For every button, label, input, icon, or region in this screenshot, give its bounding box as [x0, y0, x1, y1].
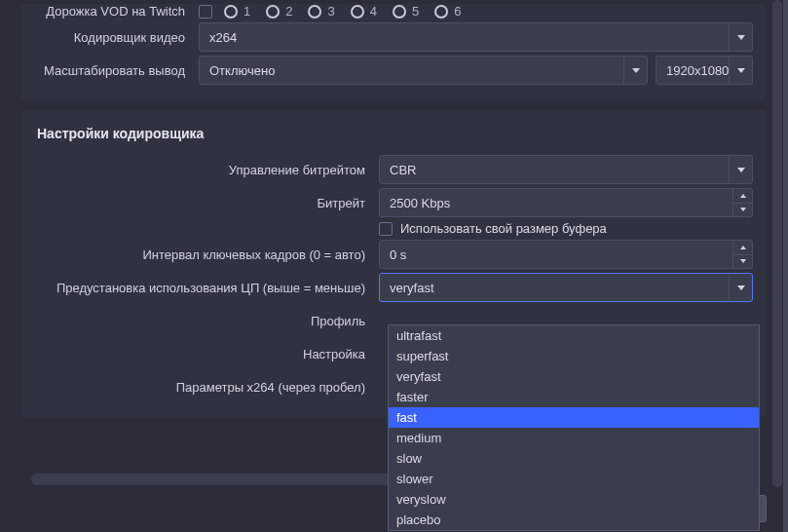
preset-option-ultrafast[interactable]: ultrafast: [389, 325, 759, 346]
resolution-value: 1920x1080: [666, 63, 729, 78]
bitrate-spinner[interactable]: [732, 189, 752, 216]
vod-track-radio-label: 3: [327, 4, 334, 19]
preset-option-slow[interactable]: slow: [389, 448, 759, 469]
x264opts-label: Параметры x264 (через пробел): [35, 380, 371, 395]
preset-option-superfast[interactable]: superfast: [389, 346, 759, 366]
bitrate-row: Битрейт 2500 Kbps: [35, 188, 753, 217]
vod-track-radio-label: 4: [370, 4, 377, 19]
vod-track-radio-1[interactable]: [224, 5, 238, 19]
cpu-preset-row: Предустановка использования ЦП (выше = м…: [35, 273, 753, 302]
rate-control-value: CBR: [390, 163, 416, 177]
rescale-output-value: Отключено: [209, 63, 275, 78]
preset-option-medium[interactable]: medium: [389, 428, 759, 448]
bitrate-label: Битрейт: [35, 196, 371, 210]
vod-track-radio-label: 1: [244, 4, 250, 19]
video-encoder-row: Кодировщик видео x264: [35, 22, 753, 52]
vod-track-radio-3[interactable]: [308, 5, 321, 19]
custom-buffer-checkbox[interactable]: [379, 222, 393, 236]
preset-option-slower[interactable]: slower: [389, 469, 759, 489]
rescale-output-label: Масштабировать вывод: [35, 63, 191, 78]
streaming-panel: Дорожка VOD на Twitch 123456 Кодировщик …: [21, 4, 767, 100]
vod-track-radio-5[interactable]: [393, 5, 406, 19]
arrow-up-icon[interactable]: [733, 241, 752, 255]
video-encoder-select[interactable]: x264: [199, 22, 753, 52]
video-encoder-value: x264: [209, 30, 237, 45]
preset-option-veryslow[interactable]: veryslow: [389, 489, 759, 510]
keyint-row: Интервал ключевых кадров (0 = авто) 0 s: [35, 240, 753, 269]
arrow-down-icon[interactable]: [733, 255, 752, 269]
vod-track-radio-label: 5: [412, 4, 419, 19]
keyint-label: Интервал ключевых кадров (0 = авто): [35, 247, 371, 262]
rescale-output-select[interactable]: Отключено: [199, 56, 648, 85]
bitrate-value: 2500 Kbps: [390, 196, 450, 210]
keyint-spinner[interactable]: [732, 241, 752, 268]
keyint-input[interactable]: 0 s: [379, 240, 753, 269]
arrow-down-icon[interactable]: [733, 204, 752, 217]
preset-option-faster[interactable]: faster: [389, 387, 759, 407]
cpu-preset-select[interactable]: veryfast: [379, 273, 753, 302]
custom-buffer-label: Использовать свой размер буфера: [400, 221, 607, 236]
cpu-preset-label: Предустановка использования ЦП (выше = м…: [35, 281, 371, 295]
vod-track-radio-2[interactable]: [266, 5, 280, 19]
preset-option-placebo[interactable]: placebo: [389, 510, 759, 530]
vod-track-row: Дорожка VOD на Twitch 123456: [35, 4, 753, 19]
vod-track-radio-label: 6: [454, 4, 461, 19]
preset-option-fast[interactable]: fast: [389, 407, 759, 428]
vertical-scrollbar[interactable]: [772, 0, 782, 487]
cpu-preset-value: veryfast: [390, 281, 434, 295]
rate-control-row: Управление битрейтом CBR: [35, 155, 753, 184]
resolution-select[interactable]: 1920x1080: [656, 56, 753, 85]
rescale-output-row: Масштабировать вывод Отключено 1920x1080: [35, 56, 753, 85]
keyint-value: 0 s: [390, 247, 406, 262]
chevron-down-icon: [729, 156, 752, 183]
outer-vertical-scrollbar[interactable]: [783, 0, 788, 532]
chevron-down-icon: [729, 57, 752, 84]
arrow-up-icon[interactable]: [733, 189, 752, 204]
encoder-settings-title: Настройки кодировщика: [35, 120, 753, 151]
rate-control-label: Управление битрейтом: [35, 163, 371, 177]
vod-track-radio-6[interactable]: [434, 5, 448, 19]
rate-control-select[interactable]: CBR: [379, 155, 753, 184]
vod-track-radio-4[interactable]: [351, 5, 364, 19]
video-encoder-label: Кодировщик видео: [35, 30, 191, 45]
vod-track-checkbox[interactable]: [199, 5, 212, 19]
preset-option-veryfast[interactable]: veryfast: [389, 366, 759, 387]
vod-track-label: Дорожка VOD на Twitch: [35, 4, 191, 19]
chevron-down-icon: [729, 274, 752, 301]
chevron-down-icon: [623, 57, 647, 84]
vod-track-radio-label: 2: [285, 4, 292, 19]
bitrate-input[interactable]: 2500 Kbps: [379, 188, 753, 217]
profile-label: Профиль: [35, 314, 371, 328]
cpu-preset-dropdown[interactable]: ultrafastsuperfastveryfastfasterfastmedi…: [388, 324, 760, 531]
tune-label: Настройка: [35, 347, 371, 361]
chevron-down-icon: [729, 23, 752, 51]
custom-buffer-row: Использовать свой размер буфера: [35, 221, 753, 236]
